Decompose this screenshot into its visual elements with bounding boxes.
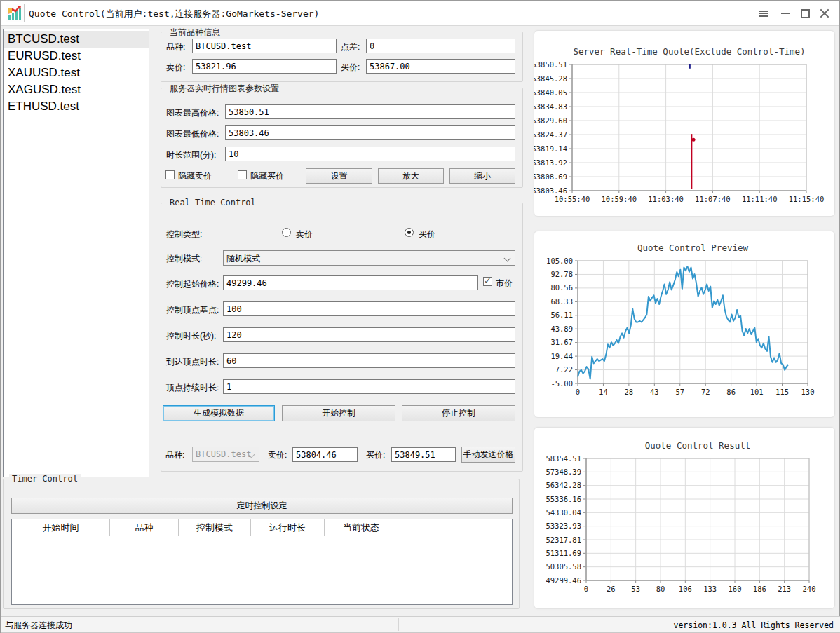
- svg-text:Server Real-Time Quote(Exclude: Server Real-Time Quote(Exclude Control-T…: [573, 46, 805, 57]
- svg-text:53845.28: 53845.28: [534, 74, 567, 83]
- svg-text:43: 43: [650, 388, 659, 396]
- control-mode-select[interactable]: 随机模式: [223, 250, 515, 266]
- hide-bid-checkbox[interactable]: [238, 170, 247, 179]
- symbol-list-item[interactable]: ETHUSD.test: [4, 98, 149, 115]
- peak-hold-label: 顶点持续时长:: [166, 382, 219, 394]
- symbol-list-item[interactable]: EURUSD.test: [4, 48, 149, 64]
- symbol-input[interactable]: [192, 39, 337, 53]
- svg-text:Quote Control Result: Quote Control Result: [645, 440, 751, 451]
- svg-text:92.78: 92.78: [550, 270, 573, 278]
- svg-text:72: 72: [701, 388, 710, 396]
- minimize-button[interactable]: [776, 5, 794, 22]
- timer-table-header-cell[interactable]: 开始时间: [12, 519, 110, 536]
- svg-text:10:55:40: 10:55:40: [555, 195, 590, 203]
- bid-input[interactable]: [366, 59, 515, 74]
- svg-text:49299.46: 49299.46: [546, 576, 581, 585]
- svg-text:11:15:40: 11:15:40: [789, 195, 825, 203]
- status-separator: [398, 618, 399, 631]
- zoom-out-button[interactable]: 缩小: [449, 168, 515, 184]
- svg-text:86: 86: [726, 388, 736, 396]
- duration-range-label: 时长范围(分):: [166, 149, 216, 161]
- timer-table-header-cell[interactable]: 当前状态: [325, 519, 398, 536]
- ask-radio-label: 卖价: [296, 229, 313, 240]
- svg-text:160: 160: [729, 585, 742, 593]
- timer-settings-button[interactable]: 定时控制设定: [11, 498, 513, 514]
- status-separator: [208, 618, 208, 631]
- svg-text:10:59:40: 10:59:40: [602, 195, 637, 203]
- peak-hold-input[interactable]: [223, 379, 515, 394]
- symbol-list-item[interactable]: XAGUSD.test: [4, 81, 149, 98]
- manual-bid-input[interactable]: [391, 447, 456, 462]
- svg-text:7.22: 7.22: [555, 365, 573, 374]
- duration-range-input[interactable]: [225, 147, 515, 161]
- svg-text:53813.92: 53813.92: [534, 158, 567, 167]
- svg-text:213: 213: [778, 585, 791, 593]
- svg-text:52317.81: 52317.81: [546, 536, 581, 544]
- status-bar: 与服务器连接成功 version:1.0.3 All Rights Reserv…: [1, 616, 840, 633]
- timer-table-header-cell[interactable]: 品种: [110, 519, 179, 536]
- quote-result-panel: Quote Control Result58354.5157348.395634…: [534, 427, 835, 609]
- svg-text:19.44: 19.44: [550, 352, 573, 360]
- min-price-input[interactable]: [225, 125, 515, 140]
- timer-table-header-cell[interactable]: 运行时长: [251, 519, 325, 536]
- svg-text:106: 106: [679, 585, 692, 593]
- app-window: Quote Control(当前用户:test,连接服务器:GoMarkets-…: [0, 0, 840, 633]
- svg-text:26: 26: [607, 585, 616, 593]
- quote-control-result-chart: Quote Control Result58354.5157348.395634…: [534, 428, 834, 608]
- svg-text:11:11:40: 11:11:40: [742, 195, 778, 203]
- quote-control-result-chart: Quote Control Result58354.5157348.395634…: [534, 428, 834, 608]
- svg-text:43.89: 43.89: [550, 325, 573, 333]
- minimize-icon: [781, 13, 790, 14]
- svg-text:186: 186: [753, 585, 766, 593]
- generate-sim-data-button[interactable]: 生成模拟数据: [163, 405, 275, 421]
- menu-button[interactable]: [754, 5, 772, 22]
- peak-basis-label: 控制顶点基点:: [166, 304, 219, 316]
- timer-table-header: 开始时间品种控制模式运行时长当前状态: [12, 519, 512, 536]
- spread-input[interactable]: [366, 39, 515, 53]
- menu-icon: [759, 9, 768, 18]
- max-price-input[interactable]: [225, 104, 515, 119]
- hide-ask-checkbox[interactable]: [165, 170, 175, 179]
- current-symbol-info-title: 当前品种信息: [167, 27, 223, 39]
- control-duration-input[interactable]: [223, 327, 515, 342]
- svg-text:0: 0: [584, 585, 588, 593]
- zoom-in-button[interactable]: 放大: [378, 168, 444, 184]
- bid-radio[interactable]: [405, 228, 414, 237]
- svg-text:58354.51: 58354.51: [546, 454, 581, 463]
- market-price-checkbox[interactable]: [483, 277, 492, 286]
- max-price-label: 图表最高价格:: [166, 107, 219, 119]
- settings-button[interactable]: 设置: [306, 168, 372, 184]
- manual-symbol-select: BTCUSD.test: [192, 447, 259, 462]
- svg-text:80.56: 80.56: [550, 283, 573, 292]
- ask-input[interactable]: [192, 59, 337, 74]
- bid-label: 买价:: [341, 62, 360, 74]
- svg-text:55336.16: 55336.16: [546, 495, 581, 503]
- close-button[interactable]: [815, 5, 834, 22]
- svg-text:50305.58: 50305.58: [546, 562, 581, 571]
- maximize-button[interactable]: [796, 5, 814, 22]
- start-control-button[interactable]: 开始控制: [282, 405, 395, 421]
- symbol-list-item[interactable]: XAUUSD.test: [4, 64, 149, 81]
- manual-symbol-value: BTCUSD.test: [196, 449, 251, 459]
- chart-params-title: 服务器实时行情图表参数设置: [167, 83, 282, 95]
- svg-text:53824.37: 53824.37: [534, 130, 567, 139]
- reach-peak-input[interactable]: [223, 353, 515, 368]
- manual-send-price-button[interactable]: 手动发送价格: [461, 447, 515, 463]
- svg-text:56.11: 56.11: [550, 311, 573, 319]
- svg-text:Quote Control Preview: Quote Control Preview: [637, 243, 749, 253]
- svg-text:130: 130: [801, 388, 815, 396]
- ask-label: 卖价:: [166, 62, 185, 74]
- peak-basis-input[interactable]: [223, 301, 515, 316]
- market-price-label: 市价: [496, 278, 513, 290]
- manual-ask-input[interactable]: [292, 447, 358, 462]
- svg-text:56342.28: 56342.28: [546, 481, 581, 489]
- ask-radio[interactable]: [282, 228, 291, 237]
- stop-control-button[interactable]: 停止控制: [402, 405, 515, 421]
- timer-table-header-cell[interactable]: 控制模式: [179, 519, 251, 536]
- server-realtime-quote-chart: Server Real-Time Quote(Exclude Control-T…: [534, 31, 834, 216]
- svg-text:101: 101: [750, 388, 764, 396]
- start-price-label: 控制起始价格:: [166, 278, 219, 290]
- start-price-input[interactable]: [223, 275, 478, 290]
- symbol-list-item[interactable]: BTCUSD.test: [4, 31, 149, 48]
- control-type-label: 控制类型:: [166, 229, 202, 240]
